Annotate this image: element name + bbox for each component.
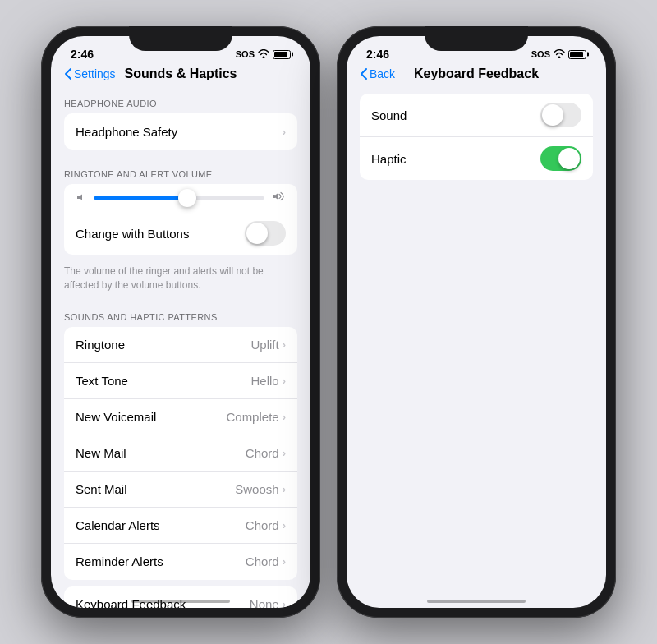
calendar-alerts-value: Chord (246, 518, 279, 532)
row-sound[interactable]: Sound (360, 94, 593, 137)
notch-1 (129, 26, 232, 51)
volume-low-icon (76, 191, 87, 205)
volume-slider-track[interactable] (94, 196, 264, 200)
screen-content-2: Sound Haptic (347, 85, 606, 186)
wifi-icon-1 (258, 49, 269, 60)
sent-mail-value: Swoosh (235, 482, 278, 496)
sound-label: Sound (371, 108, 540, 122)
row-change-buttons[interactable]: Change with Buttons (64, 212, 297, 255)
text-tone-label: Text Tone (76, 374, 250, 388)
haptic-toggle-thumb (558, 148, 580, 169)
toggle-thumb (246, 223, 268, 244)
svg-rect-0 (77, 196, 80, 199)
screen-content-1: HEADPHONE AUDIO Headphone Safety › RINGT… (51, 85, 310, 608)
haptic-label: Haptic (371, 152, 540, 166)
section-sounds-label: SOUNDS AND HAPTIC PATTERNS (51, 299, 310, 327)
row-sent-mail[interactable]: Sent Mail Swoosh › (64, 472, 297, 508)
row-calendar-alerts[interactable]: Calendar Alerts Chord › (64, 508, 297, 544)
nav-back-label-2: Back (370, 67, 395, 80)
nav-bar-2: Back Keyboard Feedback (347, 64, 606, 85)
sound-toggle-thumb (542, 104, 563, 126)
new-mail-chevron: › (283, 447, 286, 459)
volume-slider-fill (94, 196, 187, 200)
nav-back-label-1: Settings (74, 67, 116, 80)
new-voicemail-value: Complete (226, 410, 278, 424)
svg-rect-1 (273, 195, 275, 198)
time-1: 2:46 (71, 48, 94, 61)
haptic-toggle[interactable] (540, 146, 581, 171)
new-voicemail-chevron: › (283, 411, 286, 423)
sent-mail-chevron: › (283, 483, 286, 495)
phone-1: 2:46 SOS S (41, 26, 320, 618)
group-keyboard-feedback: Sound Haptic (360, 94, 593, 180)
ringtone-label: Ringtone (76, 338, 250, 352)
phone-2-screen: 2:46 SOS B (347, 36, 606, 608)
text-tone-chevron: › (283, 375, 286, 387)
reminder-alerts-value: Chord (246, 554, 279, 568)
calendar-alerts-label: Calendar Alerts (76, 518, 246, 532)
change-buttons-toggle[interactable] (245, 221, 286, 246)
battery-icon-2 (568, 50, 586, 59)
calendar-alerts-chevron: › (283, 519, 286, 531)
keyboard-feedback-chevron: › (283, 598, 286, 608)
sos-2: SOS (531, 49, 550, 59)
time-2: 2:46 (366, 48, 389, 61)
row-new-mail[interactable]: New Mail Chord › (64, 435, 297, 472)
volume-high-icon (271, 191, 286, 205)
nav-back-2[interactable]: Back (360, 67, 395, 80)
group-headphone: Headphone Safety › (64, 113, 297, 150)
notch-2 (425, 26, 528, 51)
home-indicator-2 (427, 600, 526, 603)
nav-title-2: Keyboard Feedback (414, 67, 539, 81)
sos-1: SOS (236, 49, 255, 59)
new-mail-value: Chord (246, 446, 279, 460)
new-mail-label: New Mail (76, 446, 246, 460)
section-volume-label: RINGTONE AND ALERT VOLUME (51, 156, 310, 184)
sent-mail-label: Sent Mail (76, 482, 235, 496)
nav-bar-1: Settings Sounds & Haptics (51, 64, 310, 85)
nav-title-1: Sounds & Haptics (125, 67, 237, 81)
status-icons-2: SOS (531, 49, 586, 60)
status-icons-1: SOS (236, 49, 291, 60)
row-new-voicemail[interactable]: New Voicemail Complete › (64, 399, 297, 435)
group-feedback: Keyboard Feedback None › Lock Sound (64, 586, 297, 608)
section-headphone-label: HEADPHONE AUDIO (51, 85, 310, 113)
volume-slider-thumb[interactable] (178, 189, 196, 207)
wifi-icon-2 (554, 49, 565, 60)
keyboard-feedback-value: None (250, 597, 279, 608)
row-text-tone[interactable]: Text Tone Hello › (64, 363, 297, 399)
phone-2: 2:46 SOS B (337, 26, 616, 618)
text-tone-value: Hello (250, 374, 278, 388)
ringtone-chevron: › (283, 338, 286, 351)
volume-slider-container (64, 184, 297, 212)
change-buttons-label: Change with Buttons (76, 227, 245, 241)
row-ringtone[interactable]: Ringtone Uplift › (64, 327, 297, 363)
volume-helper-text: The volume of the ringer and alerts will… (51, 261, 310, 299)
new-voicemail-label: New Voicemail (76, 410, 226, 424)
headphone-safety-label: Headphone Safety (76, 125, 283, 139)
phone-1-screen: 2:46 SOS S (51, 36, 310, 608)
reminder-alerts-label: Reminder Alerts (76, 554, 246, 568)
row-reminder-alerts[interactable]: Reminder Alerts Chord › (64, 544, 297, 580)
row-haptic[interactable]: Haptic (360, 137, 593, 180)
row-headphone-safety[interactable]: Headphone Safety › (64, 113, 297, 150)
battery-icon-1 (273, 50, 291, 59)
row-keyboard-feedback[interactable]: Keyboard Feedback None › (64, 586, 297, 608)
group-sounds: Ringtone Uplift › Text Tone Hello › New … (64, 327, 297, 580)
sound-toggle[interactable] (540, 103, 581, 127)
headphone-safety-chevron: › (283, 126, 286, 138)
ringtone-value: Uplift (250, 338, 278, 352)
reminder-alerts-chevron: › (283, 555, 286, 568)
home-indicator-1 (131, 600, 230, 603)
nav-back-1[interactable]: Settings (64, 67, 116, 80)
group-volume: Change with Buttons (64, 184, 297, 255)
